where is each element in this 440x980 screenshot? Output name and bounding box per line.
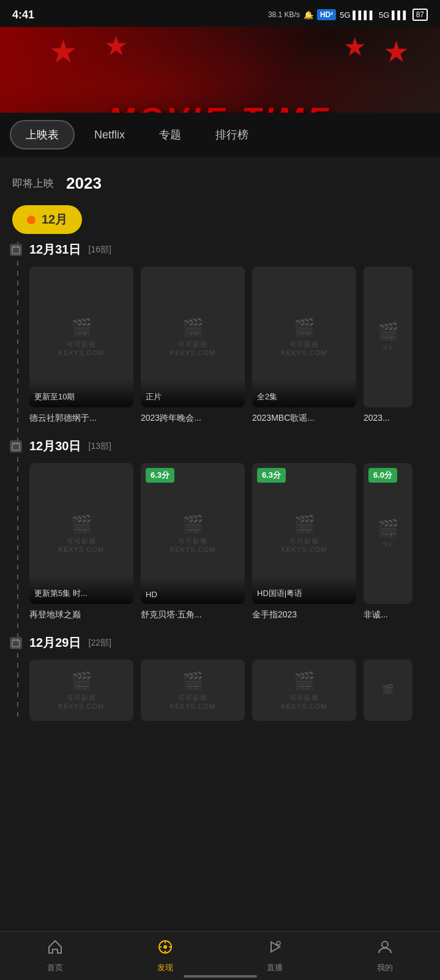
tab-netflix[interactable]: Netflix (80, 123, 140, 148)
svg-rect-6 (12, 640, 20, 647)
nav-live[interactable]: 直播 (220, 933, 330, 973)
movie-card-dec31-1[interactable]: 🎬 可可影视 KEKYS.COM 更新至10期 德云社郭德纲于... (29, 266, 133, 423)
tab-navigation: 上映表 Netflix 专题 排行榜 (0, 113, 440, 157)
movie-title-dec30-4: 非诚... (364, 609, 440, 620)
watermark: 🎬 可可影视 KEKYS.COM (282, 514, 327, 553)
movie-card-dec30-2[interactable]: 6.3分 🎬 可可影视 KEKYS.COM HD 舒克贝塔·五角... (141, 463, 245, 620)
svg-marker-15 (271, 942, 280, 952)
date-section-dec30: 12月30日 [13部] 🎬 可可影视 KEKYS.COM 更新第5集 时...… (29, 438, 440, 620)
mine-icon (376, 938, 393, 960)
movie-card-dec30-4[interactable]: 6.0分 🎬 可K 非诚... (364, 463, 440, 620)
movie-card-dec31-2[interactable]: 🎬 可可影视 KEKYS.COM 正片 2023跨年晚会... (141, 266, 245, 423)
watermark: 🎬 可可影视 KEKYS.COM (59, 514, 104, 553)
movie-poster-dec31-1: 🎬 可可影视 KEKYS.COM 更新至10期 (29, 266, 133, 407)
date-section-dec29: 12月29日 [22部] 🎬 可可影视 KEKYS.COM (29, 635, 440, 721)
date-count-dec29: [22部] (89, 638, 111, 649)
date-header-dec29: 12月29日 [22部] (29, 635, 440, 651)
tab-topics[interactable]: 专题 (144, 121, 196, 148)
movie-poster-dec30-2: 6.3分 🎬 可可影视 KEKYS.COM HD (141, 463, 245, 604)
nav-mine[interactable]: 我的 (330, 933, 440, 973)
partial-poster-dec29-3: 🎬 可可影视 KEKYS.COM (252, 660, 356, 721)
nav-discover[interactable]: 发现 (110, 933, 220, 973)
movie-title-dec31-1: 德云社郭德纲于... (29, 412, 133, 423)
movie-card-dec29-1[interactable]: 🎬 可可影视 KEKYS.COM (29, 660, 133, 721)
partial-poster-dec29-4: 🎬 (364, 660, 412, 721)
nav-live-label: 直播 (267, 962, 283, 973)
date-section-dec31: 12月31日 [16部] 🎬 可可影视 KEKYS.COM 更新至10期 德云社… (29, 241, 440, 423)
movie-poster-dec30-1: 🎬 可可影视 KEKYS.COM 更新第5集 时... (29, 463, 133, 604)
star-decoration-2: ★ (104, 30, 128, 61)
watermark: 🎬 可可影视 KEKYS.COM (59, 317, 104, 356)
watermark-logo: 🎬 (182, 317, 204, 337)
movie-title-dec30-3: 金手指2023 (252, 609, 356, 620)
star-decoration-3: ★ (343, 32, 367, 62)
card-status-dec31-1: 更新至10期 (29, 379, 133, 407)
movie-title-dec31-3: 2023MBC歌谣... (252, 412, 356, 423)
movie-card-dec31-4[interactable]: 🎬 可K 2023... (364, 266, 440, 423)
signal-5g-2: 5G ▌▌▌ (379, 10, 409, 20)
date-title-dec30: 12月30日 (29, 438, 81, 454)
movie-card-dec29-3[interactable]: 🎬 可可影视 KEKYS.COM (252, 660, 356, 721)
card-status-dec31-3: 全2集 (252, 379, 356, 407)
svg-rect-0 (12, 247, 20, 254)
date-icon-dec30 (10, 440, 22, 453)
card-status-dec30-1: 更新第5集 时... (29, 576, 133, 604)
movie-card-dec31-3[interactable]: 🎬 可可影视 KEKYS.COM 全2集 2023MBC歌谣... (252, 266, 356, 423)
movie-poster-dec30-4: 6.0分 🎬 可K (364, 463, 412, 604)
watermark-site-1: 可可影视 (67, 340, 96, 349)
nav-home[interactable]: 首页 (0, 933, 110, 973)
discover-icon (157, 938, 174, 960)
mute-icon: 🔔̶ (304, 10, 313, 20)
partial-poster-dec29-1: 🎬 可可影视 KEKYS.COM (29, 660, 133, 721)
tab-rankings[interactable]: 排行榜 (201, 121, 263, 148)
star-decoration-4: ★ (383, 34, 409, 69)
star-decoration-1: ★ (49, 33, 78, 70)
watermark: 🎬 (382, 684, 394, 698)
movie-poster-dec30-3: 6.3分 🎬 可可影视 KEKYS.COM HD国语|粤语 (252, 463, 356, 604)
battery: 87 (412, 9, 428, 21)
home-icon (47, 938, 64, 960)
movie-poster-dec31-3: 🎬 可可影视 KEKYS.COM 全2集 (252, 266, 356, 407)
movie-row-dec30: 🎬 可可影视 KEKYS.COM 更新第5集 时... 再登地球之巅 6.3分 … (29, 463, 440, 620)
partial-poster-dec29-2: 🎬 可可影视 KEKYS.COM (141, 660, 245, 721)
date-count-dec31: [16部] (89, 244, 111, 255)
movie-card-dec30-1[interactable]: 🎬 可可影视 KEKYS.COM 更新第5集 时... 再登地球之巅 (29, 463, 133, 620)
hd-badge: HD² (317, 9, 336, 20)
score-badge-dec30-2: 6.3分 (146, 468, 174, 483)
nav-home-label: 首页 (47, 962, 63, 973)
watermark: 🎬 可可影视 KEKYS.COM (170, 671, 215, 710)
date-header-dec30: 12月30日 [13部] (29, 438, 440, 454)
watermark-logo: 🎬 (71, 317, 92, 337)
movie-card-dec29-4[interactable]: 🎬 (364, 660, 440, 721)
date-header-dec31: 12月31日 [16部] (29, 241, 440, 258)
watermark-logo: 🎬 (294, 317, 315, 337)
month-label: 12月 (42, 211, 67, 228)
bottom-navigation: 首页 发现 直播 (0, 931, 440, 980)
svg-point-17 (382, 941, 388, 948)
timeline: 12月31日 [16部] 🎬 可可影视 KEKYS.COM 更新至10期 德云社… (0, 241, 440, 721)
svg-point-10 (163, 945, 167, 949)
signal-5g: 5G ▌▌▌▌ (340, 10, 375, 20)
watermark: 🎬 可可影视 KEKYS.COM (170, 317, 215, 356)
movie-row-dec29: 🎬 可可影视 KEKYS.COM 🎬 可可影视 KEKYS.COM (29, 660, 440, 721)
movie-card-dec30-3[interactable]: 6.3分 🎬 可可影视 KEKYS.COM HD国语|粤语 金手指2023 (252, 463, 356, 620)
movie-title-dec31-2: 2023跨年晚会... (141, 412, 245, 423)
live-icon (266, 938, 283, 960)
tab-schedule[interactable]: 上映表 (10, 120, 75, 149)
nav-discover-label: 发现 (157, 962, 173, 973)
watermark: 🎬 可可影视 KEKYS.COM (59, 671, 104, 710)
svg-point-16 (277, 941, 280, 945)
movie-title-dec30-2: 舒克贝塔·五角... (141, 609, 245, 620)
movie-row-dec31: 🎬 可可影视 KEKYS.COM 更新至10期 德云社郭德纲于... 🎬 可可影… (29, 266, 440, 423)
date-count-dec30: [13部] (89, 441, 111, 452)
status-time: 4:41 (12, 9, 34, 21)
date-title-dec31: 12月31日 (29, 241, 81, 258)
movie-card-dec29-2[interactable]: 🎬 可可影视 KEKYS.COM (141, 660, 245, 721)
watermark: 🎬 可可影视 KEKYS.COM (282, 317, 327, 356)
coming-soon-year: 2023 (66, 174, 102, 193)
home-indicator (184, 975, 257, 978)
month-badge: 12月 (12, 205, 82, 234)
movie-poster-dec31-2: 🎬 可可影视 KEKYS.COM 正片 (141, 266, 245, 407)
date-icon-dec29 (10, 637, 22, 649)
coming-soon-label: 即将上映 (12, 176, 54, 190)
